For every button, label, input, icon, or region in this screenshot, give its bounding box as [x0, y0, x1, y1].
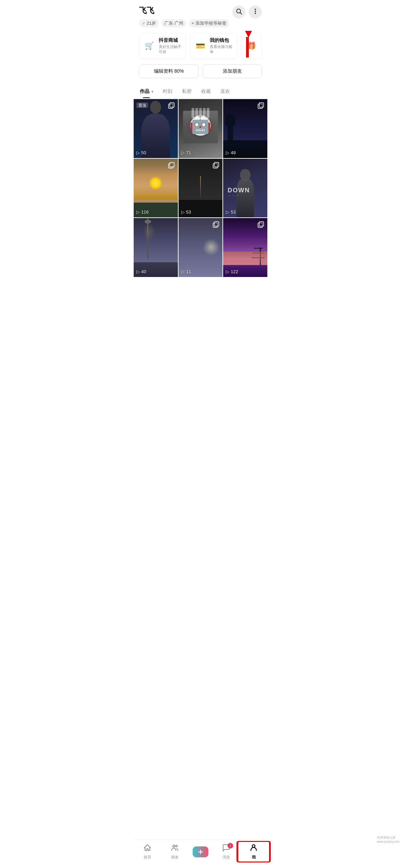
location-tag: 广东·广州 — [161, 19, 186, 27]
me-highlight-box — [236, 841, 267, 863]
svg-rect-16 — [215, 222, 219, 226]
play-icon-6: ▷ — [226, 209, 229, 215]
tabs-bar: 作品 ▾ 时刻 私密 收藏 喜欢 — [134, 85, 267, 98]
add-friend-button[interactable]: 添加朋友 — [203, 64, 262, 78]
top-icons — [232, 5, 262, 19]
play-count-5: ▷ 53 — [181, 209, 191, 215]
down-text: DOWN — [228, 187, 250, 194]
play-count-2: ▷ 71 — [181, 150, 191, 155]
svg-rect-10 — [259, 103, 264, 107]
svg-line-1 — [240, 12, 242, 14]
video-cell-2[interactable]: 🤖 ▷ 71 — [179, 99, 223, 158]
menu-button[interactable] — [249, 5, 262, 19]
multi-icon-9 — [257, 221, 265, 228]
play-count-8: ▷ 11 — [181, 269, 191, 274]
messages-badge: 1 — [228, 843, 233, 848]
svg-rect-14 — [215, 162, 219, 167]
profile-tags: ♂ 21岁 广东·广州 + 添加学校等标签 — [139, 19, 262, 27]
video-cell-4[interactable]: ▷ 116 — [134, 159, 178, 218]
tab-favorites[interactable]: 收藏 — [196, 85, 216, 98]
plus-button[interactable] — [193, 846, 208, 857]
search-icon — [235, 8, 242, 16]
nav-me[interactable]: 我 — [240, 842, 267, 861]
messages-badge-container: 1 — [222, 844, 230, 854]
play-icon-9: ▷ — [226, 269, 229, 274]
shop-card[interactable]: 🛒 抖音商城 美好生活触手可得 — [139, 33, 186, 59]
tab-works-chevron: ▾ — [151, 90, 153, 94]
wallet-text: 我的钱包 查看余额与账单 — [210, 37, 233, 55]
svg-point-20 — [176, 845, 178, 847]
action-buttons: 编辑资料 80% 添加朋友 — [134, 64, 267, 78]
video-cell-1[interactable]: 置顶 ▷ 50 — [134, 99, 178, 158]
bottom-nav: 首页 朋友 1 消息 — [134, 839, 267, 868]
tab-private[interactable]: 私密 — [177, 85, 196, 98]
video-cell-7[interactable]: ▷ 40 — [134, 218, 178, 277]
video-grid: 置顶 ▷ 50 🤖 — [134, 99, 267, 277]
play-icon-8: ▷ — [181, 269, 185, 274]
play-icon-3: ▷ — [226, 150, 229, 155]
svg-rect-18 — [259, 222, 264, 226]
play-count-7: ▷ 40 — [136, 269, 146, 274]
svg-point-23 — [252, 845, 255, 847]
nav-plus[interactable] — [189, 845, 212, 859]
nav-messages[interactable]: 1 消息 — [212, 842, 240, 861]
home-icon — [143, 844, 151, 854]
video-cell-5[interactable]: ▷ 53 — [179, 159, 223, 218]
play-count-9: ▷ 122 — [226, 269, 238, 274]
me-icon — [250, 844, 258, 854]
gender-icon: ♂ — [142, 21, 145, 26]
pinned-badge-1: 置顶 — [136, 102, 148, 108]
shop-text: 抖音商城 美好生活触手可得 — [159, 37, 182, 55]
video-cell-3[interactable]: ▷ 49 — [223, 99, 267, 158]
multi-icon-3 — [257, 102, 265, 109]
svg-point-19 — [173, 845, 175, 847]
play-icon-4: ▷ — [136, 209, 140, 215]
svg-point-4 — [255, 13, 256, 13]
svg-point-3 — [255, 11, 256, 12]
service-row: 🛒 抖音商城 美好生活触手可得 💳 我的钱包 查看余额与账单 🎁 — [134, 33, 267, 59]
video-cell-8[interactable]: ▷ 11 — [179, 218, 223, 277]
play-icon-7: ▷ — [136, 269, 140, 274]
play-count-1: ▷ 50 — [136, 150, 146, 155]
multi-icon-8 — [212, 221, 220, 228]
svg-rect-8 — [170, 103, 174, 107]
play-count-4: ▷ 116 — [136, 209, 149, 215]
me-label: 我 — [252, 855, 256, 860]
add-tag-button[interactable]: + 添加学校等标签 — [189, 19, 229, 27]
play-icon-2: ▷ — [181, 150, 185, 155]
multi-icon-4 — [168, 161, 175, 169]
friends-icon — [171, 844, 179, 854]
play-icon-1: ▷ — [136, 150, 140, 155]
svg-point-2 — [255, 9, 256, 10]
multi-icon-1 — [168, 102, 175, 109]
tab-likes[interactable]: 喜欢 — [216, 85, 235, 98]
video-cell-9[interactable]: ▷ 122 — [223, 218, 267, 277]
nav-friends[interactable]: 朋友 — [161, 842, 189, 861]
gender-age-tag: ♂ 21岁 — [139, 19, 159, 27]
edit-profile-button[interactable]: 编辑资料 80% — [139, 64, 198, 78]
search-button[interactable] — [232, 5, 245, 19]
video-cell-6[interactable]: DOWN — — — ▷ 53 — [223, 159, 267, 218]
third-service-icon: 🎁 — [245, 40, 257, 52]
menu-icon — [252, 8, 259, 16]
play-count-3: ▷ 49 — [226, 150, 235, 155]
third-service-card[interactable]: 🎁 — [241, 33, 262, 59]
shop-icon: 🛒 — [143, 40, 155, 52]
tab-works[interactable]: 作品 ▾ — [135, 85, 158, 98]
play-count-6: ▷ 53 — [226, 209, 235, 215]
wallet-icon: 💳 — [194, 40, 206, 52]
tab-moments[interactable]: 时刻 — [158, 85, 177, 98]
svg-rect-12 — [170, 162, 174, 167]
wallet-card[interactable]: 💳 我的钱包 查看余额与账单 — [190, 33, 237, 59]
multi-icon-5 — [212, 161, 220, 169]
nav-home[interactable]: 首页 — [134, 842, 161, 861]
play-icon-5: ▷ — [181, 209, 185, 215]
